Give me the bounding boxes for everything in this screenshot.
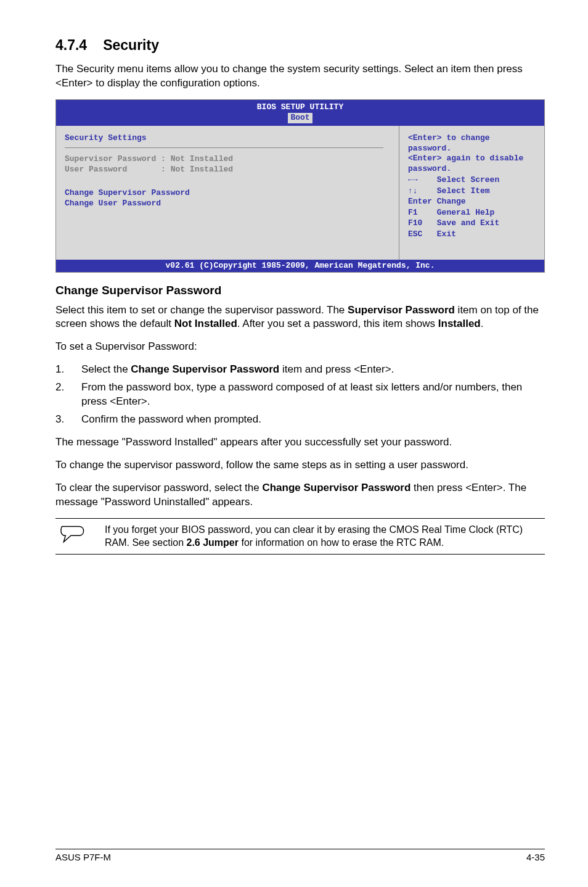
bios-nav-enter: Enter Change <box>408 196 536 207</box>
note-text: If you forget your BIOS password, you ca… <box>105 524 545 550</box>
note-icon <box>55 524 105 547</box>
bios-setup-screenshot: BIOS SETUP UTILITY Boot Security Setting… <box>55 99 545 273</box>
list-item: 3. Confirm the password when prompted. <box>55 413 545 427</box>
para5-bold: Change Supervisor Password <box>262 482 410 493</box>
bios-security-title: Security Settings <box>65 133 390 142</box>
step1-a: Select the <box>81 363 131 375</box>
step-2-text: From the password box, type a password c… <box>81 381 545 409</box>
para1-bold-installed: Installed <box>438 318 481 329</box>
para5-a: To clear the supervisor password, select… <box>55 482 262 493</box>
para1-part-a: Select this item to set or change the su… <box>55 304 348 316</box>
step1-c: item and press <Enter>. <box>279 363 394 375</box>
intro-paragraph: The Security menu items allow you to cha… <box>55 62 545 91</box>
section-number: 4.7.4 <box>55 37 87 54</box>
bios-nav-select-item: ↑↓ Select Item <box>408 186 536 197</box>
section-title: Security <box>103 37 159 53</box>
bios-help-2: <Enter> again to disable password. <box>408 154 536 175</box>
bios-left-panel: Security Settings Supervisor Password : … <box>56 126 399 260</box>
step-3-text: Confirm the password when prompted. <box>81 413 261 427</box>
note-bold: 2.6 Jumper <box>187 537 239 548</box>
list-number-3: 3. <box>55 413 81 427</box>
bios-nav-f10: F10 Save and Exit <box>408 218 536 229</box>
list-item: 2. From the password box, type a passwor… <box>55 381 545 409</box>
bios-help-1: <Enter> to change password. <box>408 133 536 154</box>
note-c: for information on how to erase the RTC … <box>239 537 444 548</box>
paragraph-4: To change the supervisor password, follo… <box>55 458 545 472</box>
footer-left: ASUS P7F-M <box>55 852 111 862</box>
paragraph-2: To set a Supervisor Password: <box>55 340 545 354</box>
bios-nav-select-screen: ←→ Select Screen <box>408 175 536 186</box>
step1-bold: Change Supervisor Password <box>131 363 279 375</box>
list-item: 1. Select the Change Supervisor Password… <box>55 363 545 377</box>
paragraph-5: To clear the supervisor password, select… <box>55 481 545 510</box>
bios-user-status: User Password : Not Installed <box>65 165 390 175</box>
footer-right: 4-35 <box>526 852 545 862</box>
bios-right-panel: <Enter> to change password. <Enter> agai… <box>399 126 544 260</box>
note-block: If you forget your BIOS password, you ca… <box>55 518 545 555</box>
bios-change-supervisor: Change Supervisor Password <box>65 188 390 199</box>
step-1-text: Select the Change Supervisor Password it… <box>81 363 394 377</box>
bios-footer: v02.61 (C)Copyright 1985-2009, American … <box>56 260 544 272</box>
bios-divider <box>65 147 383 148</box>
paragraph-3: The message "Password Installed" appears… <box>55 435 545 450</box>
para1-part-e: . After you set a password, this item sh… <box>237 318 438 329</box>
para1-bold-notinstalled: Not Installed <box>174 318 237 329</box>
bios-header-title: BIOS SETUP UTILITY <box>257 102 343 112</box>
para1-part-g: . <box>481 318 484 329</box>
subheading-change-supervisor: Change Supervisor Password <box>55 284 545 297</box>
section-heading: 4.7.4Security <box>55 37 545 54</box>
bios-supervisor-status: Supervisor Password : Not Installed <box>65 154 390 165</box>
paragraph-1: Select this item to set or change the su… <box>55 303 545 332</box>
list-number-1: 1. <box>55 363 81 377</box>
bios-header: BIOS SETUP UTILITY Boot <box>56 100 544 126</box>
list-number-2: 2. <box>55 381 81 409</box>
bios-nav-f1: F1 General Help <box>408 207 536 218</box>
bios-header-tab: Boot <box>288 113 312 123</box>
steps-list: 1. Select the Change Supervisor Password… <box>55 363 545 427</box>
para1-bold-supervisor: Supervisor Password <box>348 304 455 316</box>
bios-change-user: Change User Password <box>65 199 390 209</box>
page-footer: ASUS P7F-M 4-35 <box>55 849 545 862</box>
bios-nav-esc: ESC Exit <box>408 229 536 240</box>
